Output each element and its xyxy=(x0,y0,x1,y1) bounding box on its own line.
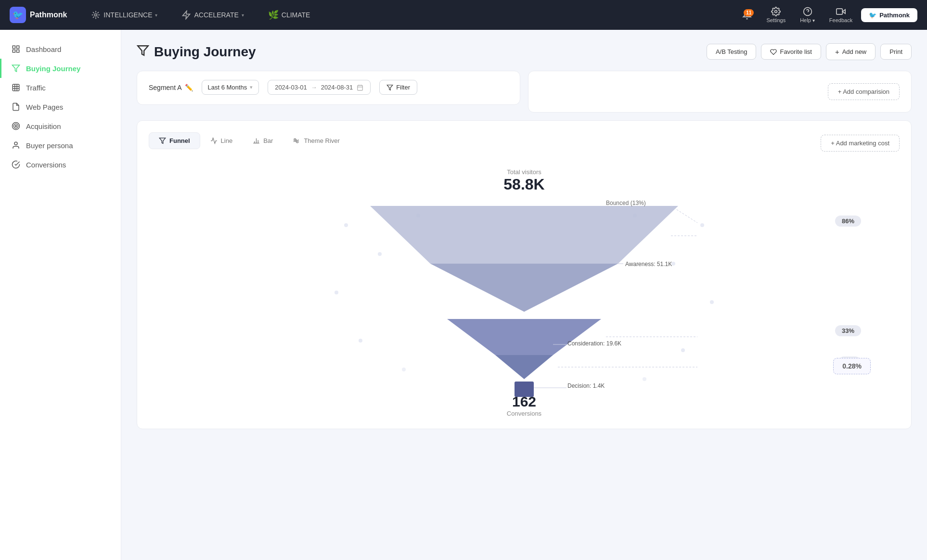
app-body: Dashboard Buying Journey Traffic Web Pag… xyxy=(0,30,927,560)
nav-intelligence[interactable]: INTELLIGENCE ▾ xyxy=(86,7,162,23)
date-range-field[interactable]: 2024-03-01 → 2024-08-31 xyxy=(268,80,371,95)
chevron-down-icon-2: ▾ xyxy=(242,13,244,18)
svg-marker-20 xyxy=(387,85,393,90)
chevron-down-icon: ▾ xyxy=(155,13,157,18)
svg-marker-9 xyxy=(13,65,20,72)
check-circle-icon xyxy=(12,160,20,169)
favorite-list-button[interactable]: Favorite list xyxy=(761,44,821,60)
add-comparison-label: + Add comparision xyxy=(838,88,889,95)
segment-panels-row: Segment A ✏️ Last 6 Months ▾ 2024-03-01 … xyxy=(137,71,912,113)
chart-panel: Funnel Line Bar Theme River xyxy=(137,120,912,429)
tab-bar-label: Bar xyxy=(263,137,273,144)
add-comparison-panel: + Add comparision xyxy=(528,71,912,113)
svg-point-12 xyxy=(14,124,18,128)
svg-marker-38 xyxy=(370,206,678,264)
svg-point-33 xyxy=(681,348,685,352)
consideration-pct: 33% xyxy=(835,325,861,336)
file-icon xyxy=(12,102,20,111)
notifications-button[interactable]: 11 xyxy=(736,8,758,22)
help-icon xyxy=(803,7,812,16)
sidebar-item-buying-journey[interactable]: Buying Journey xyxy=(0,59,121,78)
svg-marker-40 xyxy=(447,319,601,355)
svg-text:Bounced (13%): Bounced (13%) xyxy=(606,200,646,206)
sidebar-item-conversions[interactable]: Conversions xyxy=(0,155,121,174)
svg-point-14 xyxy=(14,142,17,145)
traffic-icon xyxy=(12,83,20,92)
svg-point-26 xyxy=(344,223,348,227)
sidebar-web-pages-label: Web Pages xyxy=(26,103,63,111)
svg-point-28 xyxy=(335,291,338,294)
sidebar-item-traffic[interactable]: Traffic xyxy=(0,78,121,97)
logo-icon: 🐦 xyxy=(10,7,26,23)
nav-accelerate[interactable]: ACCELERATE ▾ xyxy=(177,7,248,23)
edit-icon[interactable]: ✏️ xyxy=(185,84,193,91)
svg-rect-8 xyxy=(13,50,15,52)
svg-point-31 xyxy=(671,262,675,266)
feedback-button[interactable]: Feedback xyxy=(824,5,858,25)
sidebar-item-web-pages[interactable]: Web Pages xyxy=(0,97,121,116)
add-comparison-button[interactable]: + Add comparision xyxy=(828,83,900,100)
pathmonk-icon: 🐦 xyxy=(869,12,876,19)
svg-rect-4 xyxy=(837,9,843,14)
accelerate-icon xyxy=(181,10,191,20)
add-new-label: Add new xyxy=(842,48,867,55)
funnel-svg-container: Bounced (13%) Awareness: 51.1K Considera… xyxy=(149,196,900,398)
sidebar-traffic-label: Traffic xyxy=(26,84,46,92)
tab-line[interactable]: Line xyxy=(200,132,243,149)
sidebar-buying-journey-label: Buying Journey xyxy=(26,64,80,73)
sidebar: Dashboard Buying Journey Traffic Web Pag… xyxy=(0,30,121,560)
nav-intelligence-label: INTELLIGENCE xyxy=(103,11,152,19)
svg-rect-5 xyxy=(13,46,15,48)
sidebar-item-acquisition[interactable]: Acquisition xyxy=(0,116,121,136)
svg-text:Consideration: 19.6K: Consideration: 19.6K xyxy=(567,340,621,347)
user-circle-icon xyxy=(12,141,20,150)
ab-testing-button[interactable]: A/B Testing xyxy=(707,44,757,60)
tab-funnel[interactable]: Funnel xyxy=(149,132,200,149)
svg-rect-42 xyxy=(515,382,534,397)
pathmonk-button[interactable]: 🐦 Pathmonk xyxy=(861,8,917,22)
topnav: 🐦 Pathmonk INTELLIGENCE ▾ ACCELERATE ▾ 🌿… xyxy=(0,0,927,30)
date-arrow-icon: → xyxy=(311,84,317,91)
svg-rect-16 xyxy=(358,85,363,90)
svg-point-36 xyxy=(402,368,406,371)
svg-point-30 xyxy=(700,223,704,227)
funnel-area: Total visitors 58.8K xyxy=(149,164,900,417)
sidebar-buyer-persona-label: Buyer persona xyxy=(26,141,73,150)
sidebar-item-buyer-persona[interactable]: Buyer persona xyxy=(0,136,121,155)
svg-point-27 xyxy=(378,252,382,256)
svg-point-37 xyxy=(643,377,646,381)
add-new-button[interactable]: + Add new xyxy=(826,43,876,60)
svg-line-47 xyxy=(671,206,697,223)
add-marketing-cost-button[interactable]: + Add marketing cost xyxy=(821,135,900,152)
dropdown-arrow-icon: ▾ xyxy=(250,84,253,90)
filter-icon xyxy=(386,84,393,91)
conversions-label: Conversions xyxy=(507,410,541,417)
climate-icon: 🌿 xyxy=(268,10,279,20)
sidebar-item-dashboard[interactable]: Dashboard xyxy=(0,39,121,59)
svg-marker-3 xyxy=(842,10,845,13)
tab-theme-river[interactable]: Theme River xyxy=(283,132,349,149)
line-tab-icon xyxy=(210,137,218,144)
filter-button[interactable]: Filter xyxy=(379,80,417,95)
tab-funnel-label: Funnel xyxy=(169,137,190,144)
tab-theme-river-label: Theme River xyxy=(304,137,339,144)
help-button[interactable]: Help ▾ xyxy=(794,5,821,25)
ab-testing-label: A/B Testing xyxy=(716,48,747,55)
svg-point-32 xyxy=(710,300,714,304)
settings-button[interactable]: Settings xyxy=(760,5,791,25)
print-button[interactable]: Print xyxy=(880,44,912,60)
tab-bar[interactable]: Bar xyxy=(243,132,283,149)
pathmonk-btn-label: Pathmonk xyxy=(879,12,910,19)
total-visitors-value: 58.8K xyxy=(503,176,544,193)
nav-accelerate-label: ACCELERATE xyxy=(194,11,238,19)
nav-climate-label: CLIMATE xyxy=(282,11,310,19)
page-funnel-icon xyxy=(137,44,149,60)
date-range-select[interactable]: Last 6 Months ▾ xyxy=(202,80,259,95)
date-to: 2024-08-31 xyxy=(321,84,353,91)
funnel-total: Total visitors 58.8K xyxy=(503,168,544,193)
sidebar-acquisition-label: Acquisition xyxy=(26,122,61,130)
add-marketing-cost-label: + Add marketing cost xyxy=(831,140,889,147)
logo[interactable]: 🐦 Pathmonk xyxy=(10,7,67,23)
nav-climate[interactable]: 🌿 CLIMATE xyxy=(263,7,315,23)
segment-a-text: Segment A xyxy=(149,84,182,91)
